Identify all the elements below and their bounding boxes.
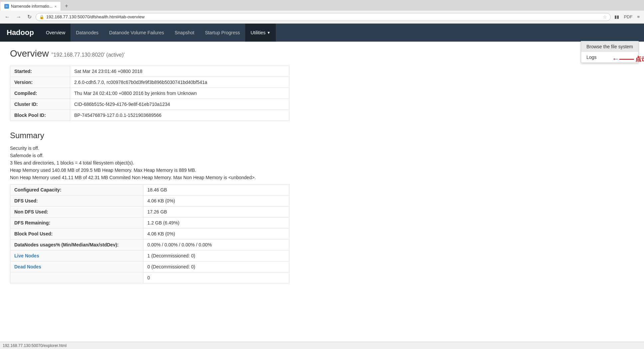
summary-lines: Security is off.Safemode is off.3 files … <box>10 146 289 180</box>
summary-row-label: Configured Capacity: <box>10 184 143 195</box>
nav-snapshot[interactable]: Snapshot <box>169 24 200 42</box>
summary-row-label: Block Pool Used: <box>10 228 143 239</box>
summary-row-link[interactable]: Dead Nodes <box>14 264 41 269</box>
summary-row-value: 17.26 GB <box>143 206 289 217</box>
overview-row-value: 2.6.0-cdh5.7.0, rc00978c67b0d3fe9f3b896b… <box>70 77 289 88</box>
summary-row-label: DFS Remaining: <box>10 217 143 228</box>
browser-tab[interactable]: N Namenode informatio... × <box>0 1 61 11</box>
pdf-button[interactable]: PDF <box>622 14 634 20</box>
main-content: Overview ''192.168.77.130:8020' (active)… <box>0 42 299 290</box>
nav-datanodes[interactable]: Datanodes <box>71 24 104 42</box>
annotation-arrow-icon: ←—— <box>612 55 634 63</box>
extensions-button[interactable]: ▮▮ <box>613 14 621 20</box>
tab-bar: N Namenode informatio... × + <box>0 0 644 11</box>
summary-row-label[interactable]: Dead Nodes <box>10 261 143 272</box>
dropdown-browse-filesystem[interactable]: Browse the file system <box>581 41 638 52</box>
tab-title: Namenode informatio... <box>11 4 53 9</box>
overview-row-label: Block Pool ID: <box>10 110 70 121</box>
summary-row-label[interactable]: Live Nodes <box>10 250 143 261</box>
browser-chrome: N Namenode informatio... × + ← → ↻ 🔒 192… <box>0 0 644 24</box>
annotation: ←—— 点击 <box>612 55 644 63</box>
overview-row-label: Version: <box>10 77 70 88</box>
summary-line: 3 files and directories, 1 blocks = 4 to… <box>10 160 289 166</box>
summary-row-link[interactable]: Live Nodes <box>14 253 39 258</box>
overview-row-label: Cluster ID: <box>10 99 70 110</box>
summary-title: Summary <box>10 131 289 140</box>
summary-row-label: DFS Used: <box>10 195 143 206</box>
overview-row-value: CID-686b515c-f429-4176-9e8f-61eb710a1234 <box>70 99 289 110</box>
summary-line: Non Heap Memory used 41.11 MB of 42.31 M… <box>10 175 289 180</box>
summary-row-label: DataNodes usages% (Min/Median/Max/stdDev… <box>10 239 143 250</box>
summary-line: Heap Memory used 140.08 MB of 209.5 MB H… <box>10 168 289 173</box>
page-subtitle: ''192.168.77.130:8020' (active)' <box>51 52 124 58</box>
nav-startup-progress[interactable]: Startup Progress <box>200 24 245 42</box>
overview-row-label: Compiled: <box>10 88 70 99</box>
hadoop-brand: Hadoop <box>0 24 41 42</box>
summary-row-value: 1.2 GB (6.49%) <box>143 217 289 228</box>
nav-datanode-volume-failures[interactable]: Datanode Volume Failures <box>104 24 169 42</box>
menu-button[interactable]: ≡ <box>635 14 641 20</box>
back-button[interactable]: ← <box>3 14 12 20</box>
summary-row-value: 0 <box>143 272 289 283</box>
summary-table: Configured Capacity:18.46 GBDFS Used:4.0… <box>10 184 289 283</box>
url-text: 192.168.77.130:50070/dfshealth.html#tab-… <box>46 14 601 19</box>
new-tab-button[interactable]: + <box>62 2 71 10</box>
summary-row-value: 18.46 GB <box>143 184 289 195</box>
overview-table: Started:Sat Mar 24 23:01:46 +0800 2018Ve… <box>10 66 289 121</box>
forward-button[interactable]: → <box>14 14 23 20</box>
dropdown-arrow-icon: ▼ <box>267 31 270 35</box>
toolbar-icons: ▮▮ PDF ≡ <box>613 14 641 20</box>
address-bar[interactable]: 🔒 192.168.77.130:50070/dfshealth.html#ta… <box>36 13 611 21</box>
summary-row-value: 0 (Decommissioned: 0) <box>143 261 289 272</box>
annotation-text: 点击 <box>635 55 644 63</box>
security-icon: 🔒 <box>39 15 44 19</box>
overview-row-value: BP-745476879-127.0.0.1-1521903689566 <box>70 110 289 121</box>
overview-row-value: Sat Mar 24 23:01:46 +0800 2018 <box>70 66 289 77</box>
hadoop-navbar: Hadoop Overview Datanodes Datanode Volum… <box>0 24 644 42</box>
summary-line: Safemode is off. <box>10 153 289 158</box>
summary-row-value: 4.06 KB (0%) <box>143 195 289 206</box>
address-bar-row: ← → ↻ 🔒 192.168.77.130:50070/dfshealth.h… <box>0 11 644 23</box>
tab-favicon: N <box>4 4 9 9</box>
summary-row-value: 1 (Decommissioned: 0) <box>143 250 289 261</box>
summary-row-label: Non DFS Used: <box>10 206 143 217</box>
overview-row-label: Started: <box>10 66 70 77</box>
overview-row-value: Thu Mar 24 02:41:00 +0800 2016 by jenkin… <box>70 88 289 99</box>
tab-close-button[interactable]: × <box>55 4 57 8</box>
page-title: Overview ''192.168.77.130:8020' (active)… <box>10 48 289 59</box>
nav-utilities[interactable]: Utilities ▼ <box>245 24 276 42</box>
nav-overview[interactable]: Overview <box>41 24 71 42</box>
summary-row-value: 4.06 KB (0%) <box>143 228 289 239</box>
summary-row-value: 0.00% / 0.00% / 0.00% / 0.00% <box>143 239 289 250</box>
reload-button[interactable]: ↻ <box>25 14 34 20</box>
summary-row-label <box>10 272 143 283</box>
bookmark-button[interactable]: ☆ <box>603 14 607 20</box>
hadoop-nav-wrapper: Hadoop Overview Datanodes Datanode Volum… <box>0 24 644 42</box>
summary-line: Security is off. <box>10 146 289 151</box>
